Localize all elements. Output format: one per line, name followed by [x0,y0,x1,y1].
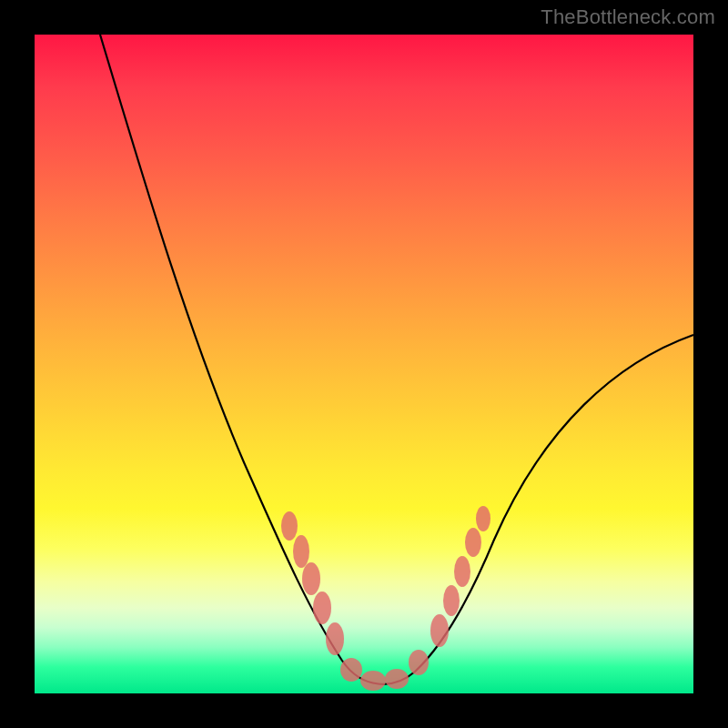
blob-right-4 [454,556,470,587]
blob-left-3 [302,562,320,595]
blob-left-5 [326,622,344,655]
blob-bottom-2 [360,671,386,691]
blob-right-1 [409,650,429,675]
curve-svg [35,35,693,693]
blob-bottom-3 [385,669,409,689]
blob-right-5 [465,528,481,557]
bottleneck-curve [100,35,693,684]
blob-left-1 [281,511,298,541]
watermark-text: TheBottleneck.com [541,5,715,29]
blob-right-6 [476,506,490,531]
blob-bottom-1 [340,658,362,682]
blob-right-2 [430,614,449,647]
blob-left-4 [313,592,331,624]
highlight-blobs [281,506,490,691]
blob-left-2 [293,535,309,568]
blob-right-3 [443,585,460,616]
plot-area [35,35,693,693]
chart-frame: TheBottleneck.com [0,0,728,728]
